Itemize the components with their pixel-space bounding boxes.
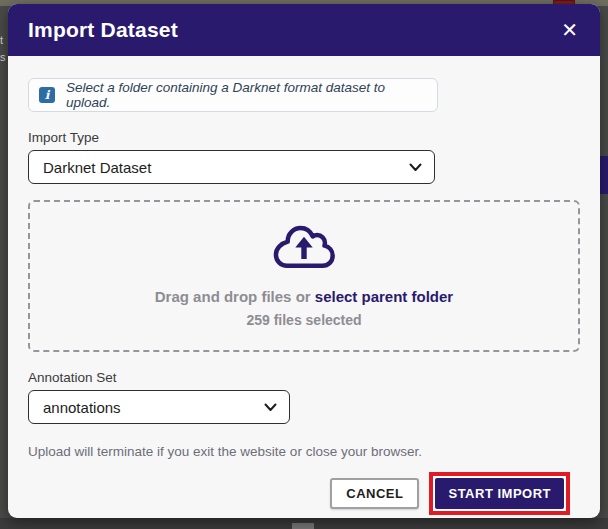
select-parent-folder-link[interactable]: select parent folder: [315, 288, 453, 305]
import-dataset-modal: Import Dataset ✕ i Select a folder conta…: [8, 4, 600, 518]
import-type-selected-value: Darknet Dataset: [43, 159, 151, 176]
files-selected-status: 259 files selected: [246, 312, 361, 328]
info-icon: i: [39, 87, 55, 103]
page-behind-text-fragment: s: [0, 51, 6, 63]
info-text: Select a folder containing a Darknet for…: [66, 80, 427, 110]
import-type-label: Import Type: [28, 130, 580, 145]
upload-warning-note: Upload will terminate if you exit the we…: [28, 444, 580, 459]
file-dropzone[interactable]: Drag and drop files or select parent fol…: [28, 200, 580, 352]
annotation-set-select[interactable]: annotations: [28, 390, 290, 424]
annotation-set-selected-value: annotations: [43, 399, 121, 416]
close-icon[interactable]: ✕: [561, 20, 578, 40]
annotation-set-label: Annotation Set: [28, 370, 580, 385]
start-import-button[interactable]: START IMPORT: [435, 478, 564, 509]
chevron-down-icon: [409, 163, 422, 172]
modal-footer: CANCEL START IMPORT: [28, 472, 580, 515]
modal-header: Import Dataset ✕: [8, 4, 600, 56]
info-banner: i Select a folder containing a Darknet f…: [28, 78, 438, 112]
cloud-upload-icon: [273, 222, 335, 276]
modal-body: i Select a folder containing a Darknet f…: [8, 56, 600, 515]
page-behind-scrollbar-fragment: [292, 523, 314, 529]
cancel-button[interactable]: CANCEL: [330, 478, 419, 509]
import-type-select[interactable]: Darknet Dataset: [28, 150, 435, 184]
drag-drop-text: Drag and drop files or: [155, 288, 315, 305]
dropzone-instructions: Drag and drop files or select parent fol…: [155, 288, 453, 305]
modal-title: Import Dataset: [28, 18, 178, 42]
page-behind-right-element: [600, 156, 608, 194]
chevron-down-icon: [264, 403, 277, 412]
page-behind-text-fragment: t: [0, 34, 3, 46]
action-highlight-box: START IMPORT: [429, 472, 570, 515]
